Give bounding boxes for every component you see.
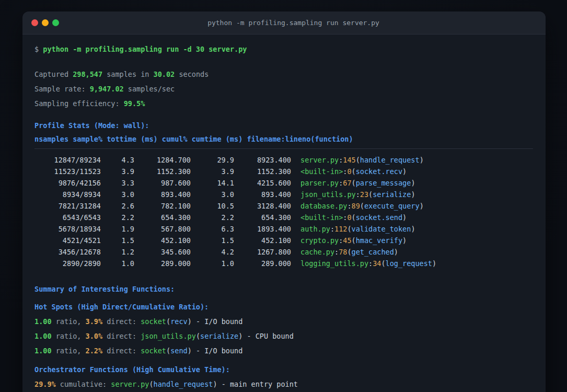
function-ref: logging_utils.py:34(log_request) <box>291 259 533 268</box>
stat-cell: 6.3 <box>191 225 234 233</box>
stats-row: 12847/892344.31284.70029.98923.400server… <box>34 154 533 166</box>
stats-row: 8934/89343.0893.4003.0893.400json_utils.… <box>34 189 533 200</box>
stat-cell: 1152.300 <box>234 167 291 176</box>
stat-cell: 1267.800 <box>234 248 291 256</box>
stat-cell: 1.0 <box>101 259 134 268</box>
function-ref: parser.py:67(parse_message) <box>291 179 533 187</box>
stats-row: 11523/115233.91152.3003.91152.300<built-… <box>34 166 533 177</box>
stat-cell: 7821/31284 <box>34 202 101 210</box>
stat-cell: 3.3 <box>101 179 134 187</box>
stat-cell: 4.3 <box>101 156 134 164</box>
stat-cell: 2.2 <box>191 213 234 222</box>
stat-cell: 654.300 <box>234 213 291 222</box>
stat-cell: 654.300 <box>134 213 191 222</box>
stat-cell: 567.800 <box>134 225 191 233</box>
captured-line: Captured 298,547 samples in 30.02 second… <box>34 67 533 82</box>
stat-cell: 1284.700 <box>134 156 191 164</box>
stat-cell: 4.2 <box>191 248 234 256</box>
hotspot-line: 1.00 ratio, 3.0% direct: json_utils.py(s… <box>34 329 533 343</box>
titlebar[interactable]: python -m profiling.sampling run server.… <box>22 11 546 34</box>
stat-cell: 10.5 <box>191 202 234 210</box>
stat-cell: 2890/2890 <box>34 259 101 268</box>
stat-cell: 1.9 <box>101 225 134 233</box>
stat-cell: 2.6 <box>101 202 134 210</box>
function-ref: crypto.py:45(hmac_verify) <box>291 236 533 245</box>
stats-row: 7821/312842.6782.10010.53128.400database… <box>34 200 533 212</box>
stat-cell: 4521/4521 <box>34 236 101 245</box>
terminal-body: $ python -m profiling.sampling run -d 30… <box>22 34 546 392</box>
stat-cell: 29.9 <box>191 156 234 164</box>
stat-cell: 452.100 <box>134 236 191 245</box>
stat-cell: 11523/11523 <box>34 167 101 176</box>
stats-row: 5678/189341.9567.8006.31893.400auth.py:1… <box>34 223 533 235</box>
stat-cell: 893.400 <box>234 190 291 199</box>
function-ref: server.py:145(handle_request) <box>291 156 533 164</box>
stats-row: 3456/126781.2345.6004.21267.800cache.py:… <box>34 246 533 258</box>
orchestrator-heading: Orchestrator Functions (High Cumulative … <box>34 362 533 377</box>
sample-rate-line: Sample rate: 9,947.02 samples/sec <box>34 82 533 96</box>
hotspot-line: 1.00 ratio, 3.9% direct: socket(recv) - … <box>34 314 533 329</box>
function-ref: cache.py:78(get_cached) <box>291 248 533 256</box>
stats-row: 6543/65432.2654.3002.2654.300<built-in>:… <box>34 212 533 223</box>
stat-cell: 9876/42156 <box>34 179 101 187</box>
stat-cell: 1.2 <box>101 248 134 256</box>
stats-divider <box>34 148 533 149</box>
function-ref: <built-in>:0(socket.send) <box>291 213 533 222</box>
traffic-lights <box>31 11 59 34</box>
stat-cell: 3.9 <box>101 167 134 176</box>
stat-cell: 1.5 <box>191 236 234 245</box>
stat-cell: 345.600 <box>134 248 191 256</box>
stat-cell: 8934/8934 <box>34 190 101 199</box>
stat-cell: 1893.400 <box>234 225 291 233</box>
stat-cell: 12847/89234 <box>34 156 101 164</box>
minimize-button[interactable] <box>42 19 49 26</box>
stat-cell: 289.000 <box>234 259 291 268</box>
stat-cell: 14.1 <box>191 179 234 187</box>
function-ref: json_utils.py:23(serialize) <box>291 190 533 199</box>
profile-stats-heading: Profile Stats (Mode: wall): <box>34 118 533 133</box>
stat-cell: 4215.600 <box>234 179 291 187</box>
stat-cell: 1.5 <box>101 236 134 245</box>
close-button[interactable] <box>31 19 38 26</box>
sampling-efficiency-line: Sampling efficiency: 99.5% <box>34 96 533 111</box>
stat-cell: 3.0 <box>101 190 134 199</box>
command-line: $ python -m profiling.sampling run -d 30… <box>34 42 533 56</box>
function-ref: <built-in>:0(socket.recv) <box>291 167 533 176</box>
hotspot-line: 1.00 ratio, 2.2% direct: socket(send) - … <box>34 343 533 358</box>
stat-cell: 3.0 <box>191 190 234 199</box>
stat-cell: 2.2 <box>101 213 134 222</box>
orchestrator-line: 29.9% cumulative: server.py(handle_reque… <box>34 377 533 391</box>
stat-cell: 8923.400 <box>234 156 291 164</box>
stat-cell: 782.100 <box>134 202 191 210</box>
window-title: python -m profiling.sampling run server.… <box>22 19 546 27</box>
stats-row: 2890/28901.0289.0001.0289.000logging_uti… <box>34 258 533 269</box>
function-ref: auth.py:112(validate_token) <box>291 225 533 233</box>
stat-cell: 3128.400 <box>234 202 291 210</box>
stats-header-line: nsamples sample% tottime (ms) cumul% cum… <box>34 133 533 145</box>
stats-row: 4521/45211.5452.1001.5452.100crypto.py:4… <box>34 235 533 246</box>
stat-cell: 6543/6543 <box>34 213 101 222</box>
stat-cell: 893.400 <box>134 190 191 199</box>
stat-cell: 452.100 <box>234 236 291 245</box>
stats-row: 9876/421563.3987.60014.14215.600parser.p… <box>34 177 533 189</box>
function-ref: database.py:89(execute_query) <box>291 202 533 210</box>
stat-cell: 3.9 <box>191 167 234 176</box>
stat-cell: 987.600 <box>134 179 191 187</box>
stat-cell: 1.0 <box>191 259 234 268</box>
desktop-background: python -m profiling.sampling run server.… <box>0 0 567 392</box>
hot-spots-heading: Hot Spots (High Direct/Cumulative Ratio)… <box>34 299 533 314</box>
stat-cell: 1152.300 <box>134 167 191 176</box>
maximize-button[interactable] <box>52 19 59 26</box>
stat-cell: 289.000 <box>134 259 191 268</box>
stat-cell: 3456/12678 <box>34 248 101 256</box>
spacer <box>34 56 533 62</box>
summary-heading: Summary of Interesting Functions: <box>34 282 533 296</box>
terminal-window: python -m profiling.sampling run server.… <box>22 11 546 392</box>
stat-cell: 5678/18934 <box>34 225 101 233</box>
